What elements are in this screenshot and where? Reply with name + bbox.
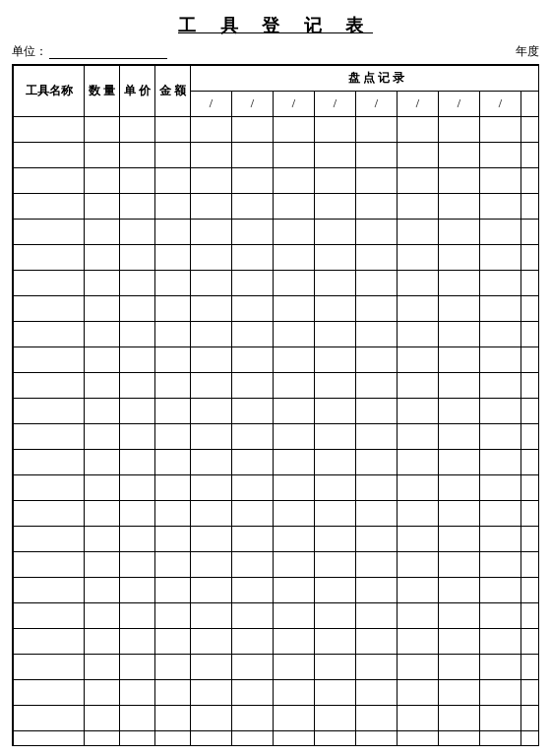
table-row[interactable] bbox=[14, 603, 540, 629]
cell-inv-1[interactable] bbox=[232, 475, 274, 501]
cell-inv-5[interactable] bbox=[398, 322, 439, 347]
cell-inv-5[interactable] bbox=[398, 603, 439, 629]
cell-inv-0[interactable] bbox=[191, 168, 232, 194]
cell-name[interactable] bbox=[14, 629, 85, 655]
cell-inv-7[interactable] bbox=[480, 194, 521, 220]
cell-inv-0[interactable] bbox=[191, 322, 232, 347]
cell-unit[interactable] bbox=[120, 271, 155, 296]
cell-inv-1[interactable] bbox=[232, 527, 274, 552]
cell-inv-5[interactable] bbox=[398, 194, 439, 220]
cell-inv-8[interactable] bbox=[521, 271, 540, 296]
cell-qty[interactable] bbox=[85, 194, 120, 220]
cell-amt[interactable] bbox=[155, 501, 191, 527]
cell-inv-7[interactable] bbox=[480, 527, 521, 552]
cell-inv-7[interactable] bbox=[480, 578, 521, 603]
cell-inv-2[interactable] bbox=[274, 271, 315, 296]
cell-qty[interactable] bbox=[85, 578, 120, 603]
cell-name[interactable] bbox=[14, 501, 85, 527]
cell-unit[interactable] bbox=[120, 706, 155, 731]
cell-inv-0[interactable] bbox=[191, 552, 232, 578]
cell-inv-6[interactable] bbox=[439, 168, 480, 194]
cell-qty[interactable] bbox=[85, 117, 120, 143]
cell-name[interactable] bbox=[14, 680, 85, 706]
cell-inv-4[interactable] bbox=[356, 168, 398, 194]
cell-name[interactable] bbox=[14, 475, 85, 501]
table-row[interactable] bbox=[14, 706, 540, 731]
cell-name[interactable] bbox=[14, 424, 85, 450]
cell-inv-6[interactable] bbox=[439, 373, 480, 399]
cell-inv-5[interactable] bbox=[398, 450, 439, 475]
cell-inv-5[interactable] bbox=[398, 399, 439, 424]
cell-qty[interactable] bbox=[85, 731, 120, 747]
cell-amt[interactable] bbox=[155, 603, 191, 629]
table-row[interactable] bbox=[14, 271, 540, 296]
cell-inv-6[interactable] bbox=[439, 578, 480, 603]
table-row[interactable] bbox=[14, 501, 540, 527]
table-row[interactable] bbox=[14, 322, 540, 347]
cell-inv-2[interactable] bbox=[274, 501, 315, 527]
cell-inv-2[interactable] bbox=[274, 706, 315, 731]
cell-inv-1[interactable] bbox=[232, 168, 274, 194]
cell-inv-8[interactable] bbox=[521, 373, 540, 399]
cell-unit[interactable] bbox=[120, 501, 155, 527]
cell-inv-1[interactable] bbox=[232, 373, 274, 399]
cell-inv-6[interactable] bbox=[439, 680, 480, 706]
table-row[interactable] bbox=[14, 680, 540, 706]
cell-inv-2[interactable] bbox=[274, 424, 315, 450]
table-row[interactable] bbox=[14, 194, 540, 220]
cell-inv-7[interactable] bbox=[480, 271, 521, 296]
cell-name[interactable] bbox=[14, 706, 85, 731]
cell-unit[interactable] bbox=[120, 220, 155, 245]
cell-name[interactable] bbox=[14, 527, 85, 552]
cell-inv-6[interactable] bbox=[439, 296, 480, 322]
cell-amt[interactable] bbox=[155, 347, 191, 373]
cell-inv-6[interactable] bbox=[439, 143, 480, 168]
cell-amt[interactable] bbox=[155, 271, 191, 296]
cell-name[interactable] bbox=[14, 399, 85, 424]
cell-inv-4[interactable] bbox=[356, 194, 398, 220]
cell-inv-3[interactable] bbox=[315, 527, 356, 552]
cell-inv-0[interactable] bbox=[191, 603, 232, 629]
cell-amt[interactable] bbox=[155, 680, 191, 706]
cell-inv-7[interactable] bbox=[480, 475, 521, 501]
cell-unit[interactable] bbox=[120, 322, 155, 347]
cell-amt[interactable] bbox=[155, 655, 191, 680]
cell-inv-2[interactable] bbox=[274, 450, 315, 475]
danwei-value[interactable] bbox=[49, 45, 167, 59]
cell-inv-6[interactable] bbox=[439, 501, 480, 527]
cell-inv-8[interactable] bbox=[521, 450, 540, 475]
cell-amt[interactable] bbox=[155, 578, 191, 603]
cell-inv-1[interactable] bbox=[232, 220, 274, 245]
cell-inv-7[interactable] bbox=[480, 680, 521, 706]
cell-qty[interactable] bbox=[85, 655, 120, 680]
cell-qty[interactable] bbox=[85, 706, 120, 731]
cell-inv-5[interactable] bbox=[398, 501, 439, 527]
cell-inv-4[interactable] bbox=[356, 117, 398, 143]
cell-inv-2[interactable] bbox=[274, 143, 315, 168]
cell-inv-6[interactable] bbox=[439, 271, 480, 296]
cell-inv-3[interactable] bbox=[315, 143, 356, 168]
cell-qty[interactable] bbox=[85, 271, 120, 296]
cell-unit[interactable] bbox=[120, 655, 155, 680]
cell-inv-8[interactable] bbox=[521, 399, 540, 424]
cell-inv-8[interactable] bbox=[521, 245, 540, 271]
table-row[interactable] bbox=[14, 527, 540, 552]
cell-inv-1[interactable] bbox=[232, 143, 274, 168]
cell-amt[interactable] bbox=[155, 117, 191, 143]
table-row[interactable] bbox=[14, 296, 540, 322]
table-row[interactable] bbox=[14, 347, 540, 373]
cell-amt[interactable] bbox=[155, 450, 191, 475]
cell-inv-1[interactable] bbox=[232, 552, 274, 578]
cell-unit[interactable] bbox=[120, 168, 155, 194]
cell-unit[interactable] bbox=[120, 475, 155, 501]
cell-inv-3[interactable] bbox=[315, 501, 356, 527]
cell-inv-7[interactable] bbox=[480, 501, 521, 527]
cell-inv-4[interactable] bbox=[356, 680, 398, 706]
cell-inv-4[interactable] bbox=[356, 399, 398, 424]
cell-inv-1[interactable] bbox=[232, 271, 274, 296]
cell-inv-4[interactable] bbox=[356, 527, 398, 552]
cell-name[interactable] bbox=[14, 296, 85, 322]
cell-unit[interactable] bbox=[120, 117, 155, 143]
cell-inv-1[interactable] bbox=[232, 603, 274, 629]
cell-inv-4[interactable] bbox=[356, 373, 398, 399]
